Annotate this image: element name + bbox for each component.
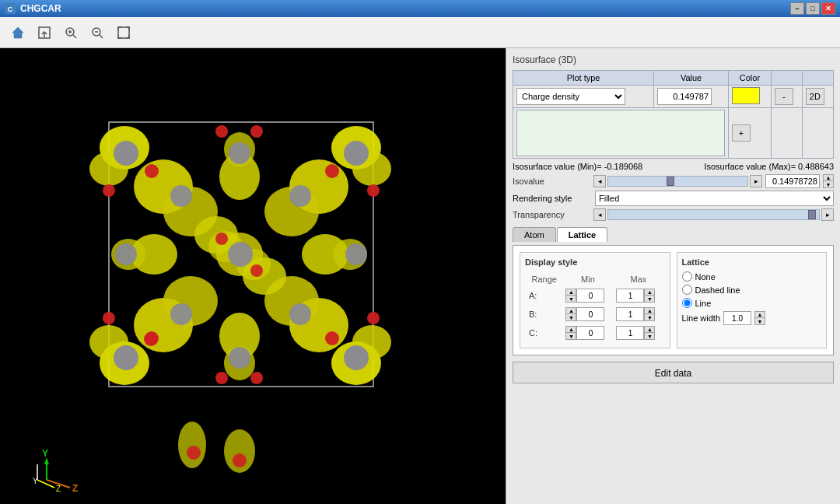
a-max-down[interactable]: ▼ — [644, 296, 655, 303]
range-header: Range — [527, 273, 562, 285]
a-max-input[interactable] — [616, 289, 644, 303]
range-row-a: A: ▲▼ ▲▼ — [527, 287, 663, 304]
c-max-down[interactable]: ▼ — [644, 333, 655, 340]
none-radio[interactable] — [682, 271, 692, 282]
svg-point-47 — [344, 345, 369, 370]
minimize-button[interactable]: − — [790, 2, 804, 15]
plot-type-select[interactable]: Charge density — [516, 88, 625, 105]
transparency-label: Transparency — [513, 210, 590, 219]
c-min-cell: ▲▼ — [563, 324, 612, 341]
svg-point-60 — [367, 312, 380, 324]
rendering-row: Rendering style Filled — [513, 191, 834, 206]
rendering-select[interactable]: Filled — [595, 191, 834, 206]
remove-iso-button[interactable]: - — [775, 88, 793, 105]
c-label: C: — [527, 324, 562, 341]
color-swatch[interactable] — [732, 87, 760, 104]
value-cell — [654, 86, 729, 108]
a-min-input[interactable] — [576, 289, 604, 303]
right-panel: Isosurface (3D) Plot type Value Color Ch… — [506, 48, 840, 504]
isovalue-right-arrow[interactable]: ▸ — [750, 175, 762, 187]
lattice-title: Lattice — [682, 257, 822, 267]
tab-lattice[interactable]: Lattice — [557, 227, 607, 242]
svg-point-70 — [215, 233, 228, 245]
b-min-down[interactable]: ▼ — [565, 314, 576, 321]
svg-point-61 — [215, 125, 228, 138]
isovalue-up[interactable]: ▲ — [823, 174, 834, 181]
line-width-down[interactable]: ▼ — [754, 318, 765, 325]
line-width-input[interactable] — [723, 311, 751, 325]
svg-point-53 — [289, 185, 311, 207]
plot-type-header: Plot type — [513, 71, 654, 86]
green-area — [513, 108, 729, 159]
zoom-out-icon — [90, 26, 104, 40]
isovalue-down[interactable]: ▼ — [823, 181, 834, 188]
c-max-input[interactable] — [616, 326, 644, 340]
edit-data-button[interactable]: Edit data — [513, 362, 834, 383]
iso-value-input[interactable] — [657, 88, 712, 105]
transparency-right-arrow[interactable]: ▸ — [821, 208, 834, 221]
b-max-down[interactable]: ▼ — [644, 314, 655, 321]
svg-point-63 — [215, 372, 228, 384]
dashed-radio[interactable] — [682, 285, 692, 295]
add-iso-button[interactable]: + — [732, 124, 751, 142]
svg-point-44 — [114, 141, 138, 166]
svg-point-54 — [170, 303, 192, 325]
svg-point-69 — [144, 332, 158, 346]
b-min-up[interactable]: ▲ — [565, 307, 576, 314]
export-button[interactable] — [33, 22, 56, 44]
color-header: Color — [729, 71, 772, 86]
transparency-left-arrow[interactable]: ◂ — [593, 208, 606, 221]
fit-button[interactable] — [112, 22, 135, 44]
svg-point-75 — [233, 453, 247, 467]
c-min-up[interactable]: ▲ — [565, 326, 576, 333]
svg-point-57 — [103, 184, 115, 197]
filler1 — [771, 108, 802, 159]
svg-point-62 — [250, 125, 263, 138]
home-button[interactable] — [6, 22, 30, 44]
value-header: Value — [654, 71, 729, 86]
maximize-button[interactable]: □ — [806, 2, 820, 15]
b-min-input[interactable] — [576, 307, 604, 321]
2d-cell: 2D — [802, 86, 833, 108]
title-bar: C CHGCAR − □ ✕ — [0, 0, 840, 17]
svg-marker-2 — [12, 27, 23, 38]
display-style-section: Display style Range Min Max A: — [520, 252, 670, 348]
isovalue-spinner: ▲ ▼ — [823, 174, 834, 188]
color-cell — [729, 86, 772, 108]
isovalue-left-arrow[interactable]: ◂ — [593, 175, 606, 187]
tab-atom[interactable]: Atom — [513, 227, 556, 242]
line-radio-row: Line — [682, 298, 822, 308]
isovalue-num-input[interactable] — [765, 174, 820, 188]
svg-point-71 — [250, 264, 263, 277]
c-max-cell: ▲▼ — [614, 324, 663, 341]
line-width-label: Line width — [682, 313, 721, 323]
b-max-input[interactable] — [616, 307, 644, 321]
line-width-up[interactable]: ▲ — [754, 311, 765, 318]
display-style-title: Display style — [525, 257, 665, 267]
svg-point-52 — [170, 185, 192, 207]
transparency-track[interactable] — [607, 209, 820, 220]
isovalue-label: Isovalue — [513, 177, 590, 186]
c-min-down[interactable]: ▼ — [565, 333, 576, 340]
zoom-out-button[interactable] — [86, 22, 109, 44]
a-max-up[interactable]: ▲ — [644, 289, 655, 296]
isovalue-slider-container: ◂ ▸ — [593, 175, 762, 187]
dashed-radio-label: Dashed line — [695, 285, 740, 295]
a-min-down[interactable]: ▼ — [565, 296, 576, 303]
c-max-up[interactable]: ▲ — [644, 326, 655, 333]
b-max-up[interactable]: ▲ — [644, 307, 655, 314]
isovalue-track[interactable] — [607, 176, 748, 187]
svg-point-66 — [325, 164, 339, 178]
a-label: A: — [527, 287, 562, 304]
transparency-row: Transparency ◂ ▸ — [513, 208, 834, 221]
zoom-in-button[interactable] — [59, 22, 82, 44]
svg-point-59 — [367, 184, 380, 197]
svg-point-68 — [325, 331, 339, 345]
a-min-up[interactable]: ▲ — [565, 289, 576, 296]
c-min-input[interactable] — [576, 326, 604, 340]
close-button[interactable]: ✕ — [821, 2, 835, 15]
line-radio[interactable] — [682, 298, 692, 308]
viewport[interactable]: Y Z Y Z — [0, 48, 506, 504]
isovalue-row: Isovalue ◂ ▸ ▲ ▼ — [513, 174, 834, 188]
2d-button[interactable]: 2D — [806, 88, 824, 105]
